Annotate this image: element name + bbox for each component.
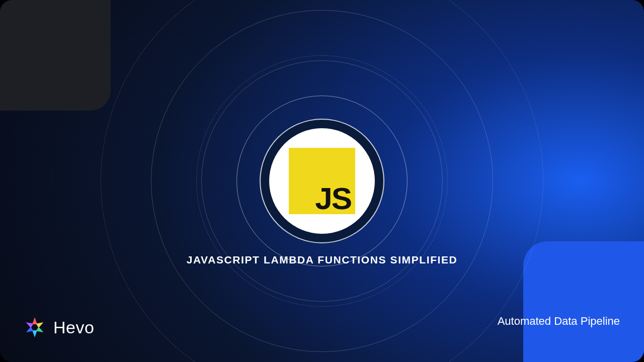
brand-name: Hevo	[53, 318, 94, 337]
center-badge: JS	[260, 119, 384, 243]
hevo-logo-icon	[23, 316, 46, 339]
center-badge-inner: JS	[269, 128, 375, 234]
hero-card: JS JAVASCRIPT LAMBDA FUNCTIONS SIMPLIFIE…	[0, 0, 644, 362]
js-logo-text: JS	[315, 183, 351, 214]
decorative-corner-top-left	[0, 0, 111, 111]
js-logo: JS	[289, 148, 355, 214]
brand-lockup: Hevo	[23, 316, 94, 339]
headline: JAVASCRIPT LAMBDA FUNCTIONS SIMPLIFIED	[0, 254, 644, 266]
tagline: Automated Data Pipeline	[498, 315, 620, 328]
